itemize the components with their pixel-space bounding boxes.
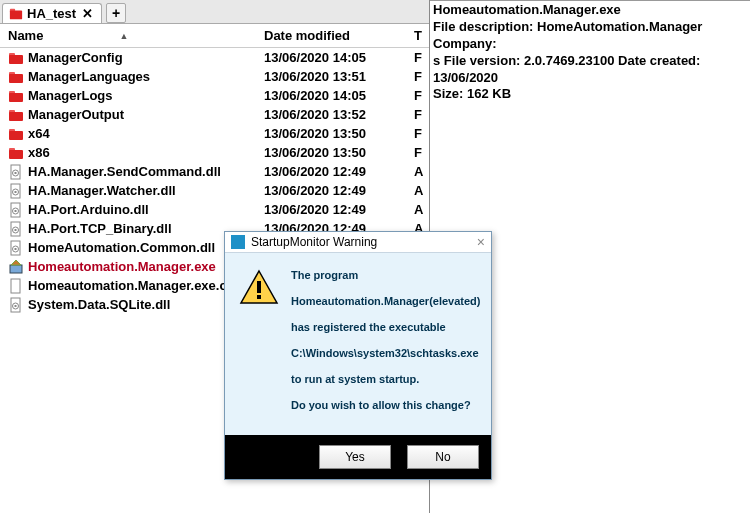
svg-rect-29 [10,265,22,273]
details-description: File description: HomeAutomation.Manager… [433,19,747,53]
folder-icon [8,145,24,161]
svg-rect-34 [15,305,17,307]
svg-rect-25 [15,229,17,231]
file-name: ManagerLogs [28,88,264,103]
file-name: HA.Manager.Watcher.dll [28,183,264,198]
file-name: ManagerConfig [28,50,264,65]
dll-icon [8,164,24,180]
dll-icon [8,240,24,256]
svg-rect-9 [9,112,23,121]
file-type: A [414,183,423,198]
file-type: F [414,88,423,103]
columns-header[interactable]: Name ▲ Date modified T [0,24,429,48]
file-type: A [414,164,423,179]
file-date: 13/06/2020 14:05 [264,88,414,103]
file-date: 13/06/2020 13:51 [264,69,414,84]
file-row[interactable]: HA.Manager.SendCommand.dll13/06/2020 12:… [0,162,429,181]
dialog-button-bar: Yes No [225,435,491,479]
dll-icon [8,183,24,199]
svg-rect-13 [9,150,23,159]
file-name: ManagerOutput [28,107,264,122]
details-size: Size: 162 KB [433,86,747,103]
svg-rect-36 [257,281,261,293]
folder-icon [8,88,24,104]
file-row[interactable]: ManagerOutput13/06/2020 13:52F [0,105,429,124]
yes-button[interactable]: Yes [319,445,391,469]
file-row[interactable]: x6413/06/2020 13:50F [0,124,429,143]
file-name: HA.Port.Arduino.dll [28,202,264,217]
folder-icon [8,50,24,66]
dll-icon [8,221,24,237]
close-icon[interactable]: ✕ [82,6,93,21]
folder-icon [8,69,24,85]
svg-rect-37 [257,295,261,299]
svg-rect-31 [11,279,20,293]
file-type: A [414,202,423,217]
file-name: HA.Manager.SendCommand.dll [28,164,264,179]
startup-monitor-dialog: StartupMonitor Warning × The program Hom… [224,231,492,480]
column-date[interactable]: Date modified [264,28,414,43]
file-row[interactable]: HA.Manager.Watcher.dll13/06/2020 12:49A [0,181,429,200]
column-name[interactable]: Name [8,28,43,43]
file-date: 13/06/2020 13:50 [264,145,414,160]
dialog-title: StartupMonitor Warning [251,235,477,249]
sort-ascending-icon: ▲ [119,31,128,41]
exe-icon [8,259,24,275]
file-type: F [414,145,423,160]
file-name: x86 [28,145,264,160]
file-row[interactable]: ManagerLogs13/06/2020 14:05F [0,86,429,105]
file-row[interactable]: x8613/06/2020 13:50F [0,143,429,162]
file-date: 13/06/2020 14:05 [264,50,414,65]
app-icon [231,235,245,249]
folder-icon [8,126,24,142]
dll-icon [8,297,24,313]
svg-rect-11 [9,131,23,140]
file-date: 13/06/2020 12:49 [264,164,414,179]
dialog-message: The program Homeautomation.Manager(eleva… [291,269,480,425]
details-filename: Homeautomation.Manager.exe [433,2,747,19]
file-type: F [414,126,423,141]
file-name: x64 [28,126,264,141]
dll-icon [8,202,24,218]
svg-rect-16 [15,172,17,174]
svg-rect-3 [9,55,23,64]
file-row[interactable]: HA.Port.Arduino.dll13/06/2020 12:49A [0,200,429,219]
details-version: s File version: 2.0.7469.23100 Date crea… [433,53,747,87]
folder-icon [9,7,23,21]
svg-rect-28 [15,248,17,250]
svg-rect-19 [15,191,17,193]
file-type: F [414,69,423,84]
file-name: ManagerLanguages [28,69,264,84]
file-type: F [414,50,423,65]
close-icon[interactable]: × [477,235,485,249]
svg-rect-5 [9,74,23,83]
tab-label: HA_test [27,6,76,21]
warning-icon [239,269,279,307]
tab-ha-test[interactable]: HA_test ✕ [2,3,102,23]
svg-rect-7 [9,93,23,102]
column-type[interactable]: T [414,28,423,43]
tab-bar: HA_test ✕ + [0,0,429,24]
svg-rect-1 [10,10,22,19]
file-date: 13/06/2020 12:49 [264,202,414,217]
file-row[interactable]: ManagerLanguages13/06/2020 13:51F [0,67,429,86]
file-date: 13/06/2020 13:50 [264,126,414,141]
svg-rect-22 [15,210,17,212]
svg-marker-30 [11,260,21,265]
dialog-titlebar[interactable]: StartupMonitor Warning × [225,232,491,253]
add-tab-button[interactable]: + [106,3,126,23]
file-date: 13/06/2020 12:49 [264,183,414,198]
file-date: 13/06/2020 13:52 [264,107,414,122]
file-icon [8,278,24,294]
no-button[interactable]: No [407,445,479,469]
file-row[interactable]: ManagerConfig13/06/2020 14:05F [0,48,429,67]
file-type: F [414,107,423,122]
folder-icon [8,107,24,123]
